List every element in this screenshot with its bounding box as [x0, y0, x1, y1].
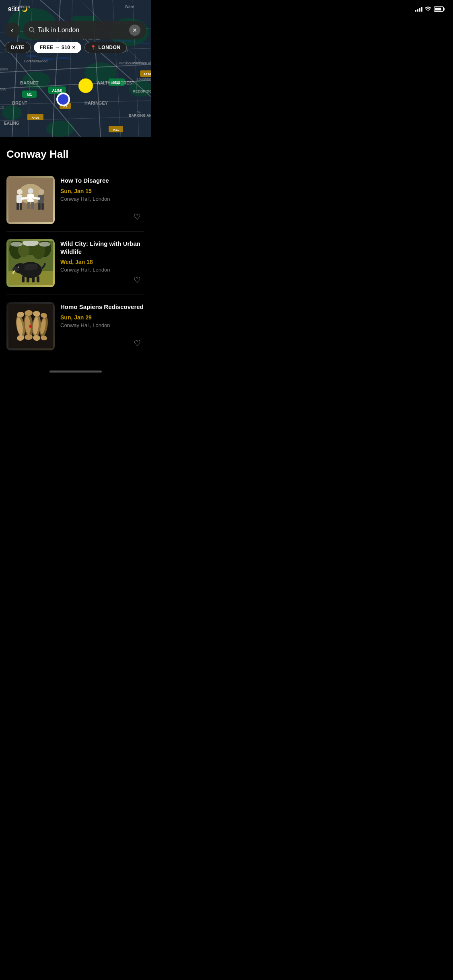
svg-point-89: [39, 242, 50, 247]
price-filter-label: FREE → $10: [40, 45, 70, 50]
event-date-2: Wed, Jan 18: [60, 259, 144, 265]
event-info-3: Homo Sapiens Rediscovered Sun, Jan 29 Co…: [60, 302, 144, 328]
event-info-1: How To Disagree Sun, Jan 15 Conway Hall,…: [60, 176, 144, 202]
search-value: Talk in London: [38, 27, 126, 34]
status-bar: 9:41 🌙: [0, 0, 151, 16]
event-title-3: Homo Sapiens Rediscovered: [60, 303, 144, 311]
svg-rect-67: [16, 203, 19, 210]
event-venue-1: Conway Hall, London: [60, 196, 144, 202]
event-thumb-3: [6, 302, 55, 350]
heart-icon-1: ♡: [134, 212, 141, 222]
price-remove-icon[interactable]: ×: [72, 45, 75, 50]
svg-rect-96: [22, 276, 25, 282]
bottom-sheet: Conway Hall: [0, 137, 151, 366]
heart-icon-3: ♡: [134, 338, 141, 348]
svg-rect-98: [32, 276, 35, 282]
svg-rect-68: [20, 203, 22, 210]
search-input-wrap[interactable]: Talk in London ✕: [23, 21, 146, 39]
svg-line-79: [22, 198, 27, 199]
svg-rect-72: [41, 203, 44, 210]
event-venue-3: Conway Hall, London: [60, 322, 144, 328]
svg-text:REDBRIDGE: REDBRIDGE: [133, 89, 151, 93]
svg-text:A110: A110: [143, 72, 151, 76]
event-title-1: How To Disagree: [60, 177, 144, 185]
price-filter[interactable]: FREE → $10 ×: [34, 42, 81, 53]
back-chevron-icon: ‹: [11, 26, 13, 35]
svg-rect-71: [38, 203, 41, 210]
event-date-3: Sun, Jan 29: [60, 314, 144, 321]
heart-button-1[interactable]: ♡: [130, 210, 144, 224]
svg-text:BARNET: BARNET: [20, 80, 39, 85]
svg-text:Loughton: Loughton: [137, 77, 151, 81]
event-thumb-1: [6, 176, 55, 224]
svg-text:EALING: EALING: [4, 121, 19, 126]
svg-point-5: [2, 105, 22, 120]
location-pin-icon: 📍: [91, 45, 97, 50]
home-bar: [49, 371, 102, 373]
svg-text:BARKING AND DAGENHAM: BARKING AND DAGENHAM: [129, 113, 151, 117]
search-icon: [29, 27, 35, 34]
svg-text:Proxbourne: Proxbourne: [119, 61, 138, 65]
svg-point-118: [29, 325, 32, 328]
event-card-2[interactable]: Wild City: Living with Urban Wildlife We…: [6, 232, 144, 295]
status-time: 9:41: [8, 6, 20, 12]
filter-pills: DATE FREE → $10 × 📍 LONDON: [5, 42, 146, 53]
venue-name: Conway Hall: [6, 148, 144, 161]
svg-point-73: [28, 188, 33, 194]
svg-text:A11: A11: [113, 128, 119, 132]
home-indicator: [0, 366, 151, 376]
svg-point-88: [10, 242, 23, 247]
svg-line-62: [33, 31, 34, 32]
event-venue-2: Conway Hall, London: [60, 267, 144, 273]
clear-icon: ✕: [132, 27, 137, 33]
event-thumb-2: [6, 239, 55, 287]
svg-text:OW: OW: [0, 87, 6, 91]
svg-rect-76: [31, 202, 34, 209]
svg-point-69: [39, 189, 44, 195]
svg-text:pans: pans: [0, 67, 8, 71]
svg-point-6: [46, 121, 74, 137]
back-button[interactable]: ‹: [5, 23, 20, 38]
location-filter[interactable]: 📍 LONDON: [84, 42, 127, 53]
map-marker-yellow[interactable]: [78, 78, 93, 93]
map-view[interactable]: M1 M11 A1 A406 A41 A11 A110 enpenden War…: [0, 0, 151, 137]
location-filter-label: LONDON: [99, 45, 121, 50]
event-info-2: Wild City: Living with Urban Wildlife We…: [60, 239, 144, 273]
svg-line-80: [34, 198, 39, 199]
svg-point-65: [17, 189, 23, 195]
date-filter[interactable]: DATE: [5, 42, 31, 53]
svg-rect-99: [37, 276, 39, 282]
event-card-3[interactable]: Homo Sapiens Rediscovered Sun, Jan 29 Co…: [6, 295, 144, 358]
moon-icon: 🌙: [22, 6, 28, 12]
svg-text:WALTHAM FOREST: WALTHAM FOREST: [97, 81, 134, 85]
svg-text:10: 10: [0, 105, 4, 109]
svg-text:A1(M): A1(M): [52, 89, 62, 93]
event-card-1[interactable]: How To Disagree Sun, Jan 15 Conway Hall,…: [6, 169, 144, 232]
search-bar-area: ‹ Talk in London ✕: [0, 18, 151, 43]
svg-text:A1: A1: [137, 110, 141, 113]
svg-point-93: [12, 267, 19, 272]
svg-text:BRENT: BRENT: [12, 101, 27, 105]
svg-text:M1: M1: [27, 93, 32, 97]
heart-button-2[interactable]: ♡: [130, 273, 144, 287]
svg-point-95: [18, 266, 19, 267]
event-title-2: Wild City: Living with Urban Wildlife: [60, 240, 144, 255]
svg-text:HARINGEY: HARINGEY: [84, 101, 108, 105]
map-marker-blue[interactable]: [56, 93, 70, 106]
svg-rect-97: [27, 276, 29, 282]
event-date-1: Sun, Jan 15: [60, 188, 144, 194]
heart-button-3[interactable]: ♡: [130, 336, 144, 350]
svg-text:Borehamwood: Borehamwood: [24, 59, 47, 63]
svg-text:A406: A406: [31, 116, 39, 119]
svg-rect-75: [27, 202, 30, 209]
clear-search-button[interactable]: ✕: [129, 25, 140, 36]
heart-icon-2: ♡: [134, 275, 141, 285]
